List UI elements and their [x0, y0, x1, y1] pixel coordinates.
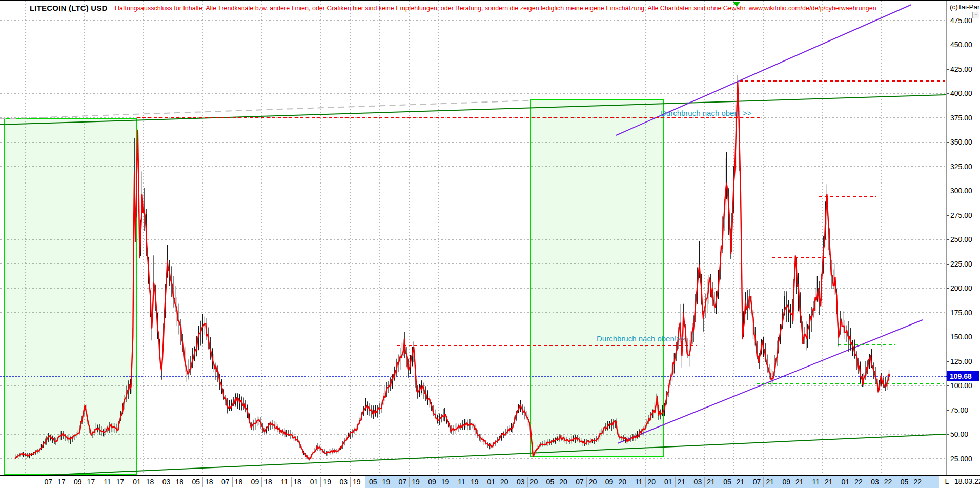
date-tick-label: 0120 — [487, 478, 508, 486]
price-tick-label: 150.00 — [950, 333, 972, 341]
price-tick-label: 225.00 — [950, 260, 972, 268]
trend-box-2017 — [5, 119, 137, 474]
date-tick-label: 1119 — [458, 478, 478, 486]
date-tick-label: 0122 — [842, 478, 863, 486]
minimize-button[interactable]: − — [972, 12, 979, 18]
date-tick-label: 1118 — [281, 478, 301, 486]
last-date-label: 18.03.22 — [954, 476, 980, 488]
date-tick-label: 0319 — [339, 478, 360, 486]
price-tick-label: 300.00 — [950, 187, 972, 195]
disclaimer-text: Haftungsausschluss für Inhalte: Alle Tre… — [115, 5, 876, 12]
date-tick-label: 0719 — [399, 478, 420, 486]
date-tick-label: 0321 — [694, 478, 715, 486]
price-tick-label: 325.00 — [950, 162, 972, 171]
date-tick-label: 0320 — [517, 478, 538, 486]
chart-window: Durchbruch nach oben! >>Durchbruch nach … — [0, 0, 980, 488]
date-tick-label: 0718 — [221, 478, 242, 486]
price-tick-label: 400.00 — [950, 89, 972, 97]
date-tick-label: 0519 — [369, 478, 390, 486]
price-tick-label: 450.00 — [950, 40, 972, 49]
lower-green-trendline — [0, 434, 946, 475]
date-tick-label: 0720 — [576, 478, 597, 486]
date-tick-label: 0721 — [753, 478, 774, 486]
price-tick-label: 125.00 — [950, 357, 972, 365]
date-axis[interactable]: L 18.03.22 07170917111701180318051807180… — [0, 475, 980, 488]
breakout-annotation-2: Durchbruch nach oben!>> — [597, 334, 686, 343]
date-tick-label: 0520 — [546, 478, 567, 486]
price-tick-label: 425.00 — [950, 65, 972, 73]
date-tick-label: 1117 — [104, 478, 124, 486]
price-tick-label: 375.00 — [950, 114, 972, 122]
date-tick-label: 0919 — [428, 478, 449, 486]
date-tick-label: 0918 — [251, 478, 272, 486]
price-tick-label: 100.00 — [950, 381, 972, 390]
date-tick-label: 0119 — [310, 478, 331, 486]
breakout-annotation-1: Durchbruch nach oben! >> — [661, 109, 752, 117]
linear-scale-button[interactable]: L — [940, 476, 954, 488]
date-tick-label: 0920 — [605, 478, 626, 486]
date-tick-label: 0522 — [901, 478, 922, 486]
price-tick-label: 350.00 — [950, 138, 972, 146]
price-tick-label: 25.000 — [950, 455, 972, 463]
date-tick-label: 0318 — [162, 478, 183, 486]
price-axis[interactable]: 475.00450.00425.00400.00375.00350.00325.… — [947, 1, 980, 475]
price-tick-label: 200.00 — [950, 284, 972, 292]
price-chart-svg: Durchbruch nach oben! >>Durchbruch nach … — [0, 1, 947, 475]
trend-box-2020 — [530, 100, 663, 456]
price-tick-label: 475.00 — [950, 16, 972, 25]
date-tick-label: 1121 — [812, 478, 833, 486]
date-tick-label: 1120 — [635, 478, 656, 486]
price-series-line — [15, 83, 889, 459]
date-tick-label: 0717 — [44, 478, 65, 486]
price-tick-label: 75.00 — [950, 406, 968, 414]
current-price-badge: 109.68 — [947, 371, 979, 381]
date-tick-label: 0121 — [664, 478, 685, 486]
price-tick-label: 250.00 — [950, 235, 972, 243]
date-tick-label: 0921 — [782, 478, 803, 486]
page-title: LITECOIN (LTC) USD — [30, 4, 108, 12]
upper-green-trendline — [0, 95, 946, 125]
price-tick-label: 275.00 — [950, 211, 972, 219]
copyright-label: (c)Tai-Pan — [950, 3, 980, 11]
price-series-highlow-bars — [16, 75, 889, 461]
price-tick-label: 50.00 — [950, 430, 968, 438]
gridlines — [0, 1, 946, 475]
date-tick-label: 0322 — [871, 478, 892, 486]
date-tick-label: 0521 — [723, 478, 744, 486]
date-tick-label: 0917 — [74, 478, 95, 486]
price-tick-label: 175.00 — [950, 309, 972, 317]
chart-plot-area[interactable]: Durchbruch nach oben! >>Durchbruch nach … — [0, 1, 947, 475]
date-tick-label: 0118 — [133, 478, 154, 486]
date-tick-label: 0518 — [192, 478, 213, 486]
